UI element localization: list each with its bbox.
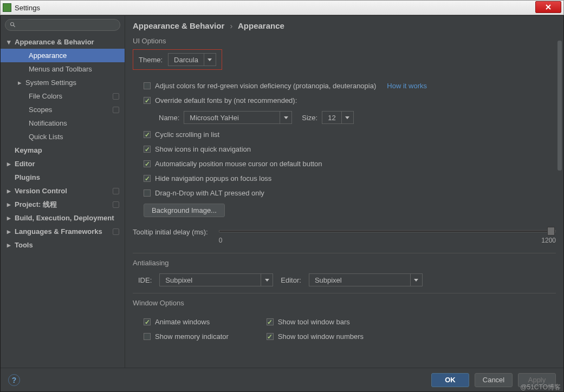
breadcrumb-current: Appearance bbox=[238, 21, 284, 30]
sidebar-item[interactable]: ▸Languages & Frameworks bbox=[1, 225, 125, 238]
label-cyclic: Cyclic scrolling in list bbox=[155, 130, 219, 139]
scrollbar-vertical[interactable] bbox=[557, 41, 562, 365]
window-titlebar: Settings bbox=[0, 0, 564, 15]
sidebar-item-label: Appearance & Behavior bbox=[15, 38, 94, 46]
aa-editor-label: Editor: bbox=[281, 276, 301, 284]
sidebar-item-label: Appearance bbox=[29, 51, 67, 60]
sidebar-item-label: System Settings bbox=[25, 79, 76, 87]
checkbox-animate[interactable] bbox=[144, 318, 151, 325]
checkbox-dnd-alt[interactable] bbox=[144, 190, 151, 197]
label-dnd-alt: Drag-n-Drop with ALT pressed only bbox=[155, 189, 264, 197]
sidebar-item[interactable]: ▸Tools bbox=[1, 238, 125, 252]
font-size-combo[interactable]: 12 bbox=[322, 111, 353, 124]
label-adjust-colors: Adjust colors for red-green vision defic… bbox=[155, 82, 376, 90]
chevron-right-icon: ▸ bbox=[6, 214, 11, 222]
checkbox-show-numbers[interactable] bbox=[267, 333, 274, 340]
help-button[interactable]: ? bbox=[8, 374, 20, 386]
sidebar-item-label: Keymap bbox=[15, 146, 42, 154]
checkbox-hide-nav[interactable] bbox=[144, 175, 151, 182]
sidebar-item[interactable]: Quick Lists bbox=[1, 130, 125, 143]
sidebar-item[interactable]: Scopes bbox=[1, 103, 125, 116]
checkbox-cyclic[interactable] bbox=[144, 131, 151, 138]
tooltip-delay-slider[interactable]: 0 1200 bbox=[219, 227, 556, 243]
search-input[interactable] bbox=[5, 19, 120, 31]
chevron-right-icon: ▸ bbox=[6, 200, 11, 208]
sidebar-item[interactable]: Keymap bbox=[1, 143, 125, 157]
chevron-down-icon bbox=[280, 112, 291, 123]
chevron-down-icon: ▾ bbox=[6, 38, 11, 46]
tooltip-delay-label: Tooltip initial delay (ms): bbox=[133, 228, 208, 236]
sidebar-item[interactable]: Notifications bbox=[1, 116, 125, 130]
label-auto-position: Automatically position mouse cursor on d… bbox=[155, 160, 322, 168]
close-button[interactable] bbox=[535, 1, 561, 13]
label-show-numbers: Show tool window numbers bbox=[278, 332, 364, 341]
chevron-right-icon: ▸ bbox=[6, 241, 11, 249]
font-name-combo[interactable]: Microsoft YaHei bbox=[184, 111, 292, 124]
breadcrumb-sep: › bbox=[230, 21, 232, 30]
svg-line-1 bbox=[14, 25, 15, 27]
sidebar-item-label: Build, Execution, Deployment bbox=[15, 214, 114, 222]
label-hide-nav: Hide navigation popups on focus loss bbox=[155, 174, 271, 182]
apply-button[interactable]: Apply bbox=[518, 373, 556, 387]
link-how-it-works[interactable]: How it works bbox=[387, 82, 427, 90]
project-scope-icon bbox=[113, 93, 119, 100]
font-name-label: Name: bbox=[159, 114, 179, 122]
sidebar-item-label: Scopes bbox=[29, 106, 52, 114]
section-antialiasing: Antialiasing bbox=[133, 259, 556, 267]
checkbox-auto-position[interactable] bbox=[144, 160, 151, 167]
sidebar-item[interactable]: Plugins bbox=[1, 171, 125, 184]
app-icon bbox=[3, 3, 11, 12]
sidebar-item[interactable]: ▾Appearance & Behavior bbox=[1, 35, 125, 49]
sidebar-item[interactable]: File Colors bbox=[1, 89, 125, 103]
sidebar-item[interactable]: ▸System Settings bbox=[1, 76, 125, 89]
chevron-right-icon: ▸ bbox=[6, 227, 11, 236]
sidebar-item[interactable]: ▸Version Control bbox=[1, 184, 125, 198]
sidebar-item[interactable]: ▸Editor bbox=[1, 157, 125, 171]
chevron-right-icon: ▸ bbox=[6, 187, 11, 195]
project-scope-icon bbox=[113, 228, 119, 235]
theme-combo[interactable]: Darcula bbox=[168, 53, 216, 66]
window-title: Settings bbox=[15, 4, 535, 12]
label-show-icons: Show icons in quick navigation bbox=[155, 145, 251, 153]
sidebar-item-label: Version Control bbox=[15, 187, 67, 195]
label-animate: Animate windows bbox=[155, 318, 210, 326]
label-override-fonts: Override default fonts by (not recommend… bbox=[155, 96, 297, 104]
chevron-down-icon bbox=[341, 112, 353, 123]
settings-tree[interactable]: ▾Appearance & BehaviorAppearanceMenus an… bbox=[1, 33, 125, 368]
chevron-down-icon bbox=[204, 54, 216, 66]
font-size-label: Size: bbox=[302, 114, 317, 122]
aa-ide-label: IDE: bbox=[138, 276, 152, 284]
sidebar-item-label: File Colors bbox=[29, 92, 62, 100]
sidebar-item[interactable]: ▸Project: 线程 bbox=[1, 198, 125, 211]
theme-label: Theme: bbox=[139, 56, 163, 64]
sidebar-item-label: Project: 线程 bbox=[15, 200, 57, 210]
checkbox-adjust-colors[interactable] bbox=[144, 82, 151, 89]
sidebar-item-label: Plugins bbox=[15, 173, 40, 181]
chevron-right-icon: ▸ bbox=[6, 160, 11, 168]
sidebar-item[interactable]: Menus and Toolbars bbox=[1, 62, 125, 76]
chevron-down-icon bbox=[261, 274, 273, 286]
label-memory: Show memory indicator bbox=[155, 332, 229, 341]
checkbox-show-bars[interactable] bbox=[267, 318, 274, 325]
checkbox-memory[interactable] bbox=[144, 333, 151, 340]
sidebar-item[interactable]: ▸Build, Execution, Deployment bbox=[1, 211, 125, 225]
background-image-button[interactable]: Background Image... bbox=[144, 204, 225, 217]
theme-highlight-box: Theme: Darcula bbox=[133, 49, 222, 70]
checkbox-show-icons[interactable] bbox=[144, 146, 151, 153]
slider-thumb[interactable] bbox=[547, 227, 555, 236]
aa-editor-combo[interactable]: Subpixel bbox=[309, 273, 423, 286]
sidebar-item[interactable]: Appearance bbox=[1, 49, 125, 62]
ok-button[interactable]: OK bbox=[431, 373, 469, 387]
aa-ide-combo[interactable]: Subpixel bbox=[159, 273, 273, 286]
sidebar-item-label: Menus and Toolbars bbox=[29, 65, 92, 73]
sidebar-item-label: Notifications bbox=[29, 119, 67, 127]
svg-point-0 bbox=[11, 23, 14, 26]
checkbox-override-fonts[interactable] bbox=[144, 97, 151, 104]
cancel-button[interactable]: Cancel bbox=[475, 373, 513, 387]
section-window-options: Window Options bbox=[133, 299, 556, 307]
label-show-bars: Show tool window bars bbox=[278, 318, 350, 326]
project-scope-icon bbox=[113, 201, 119, 208]
search-icon bbox=[10, 22, 16, 28]
breadcrumb-parent: Appearance & Behavior bbox=[133, 21, 224, 30]
sidebar-item-label: Quick Lists bbox=[29, 133, 63, 141]
